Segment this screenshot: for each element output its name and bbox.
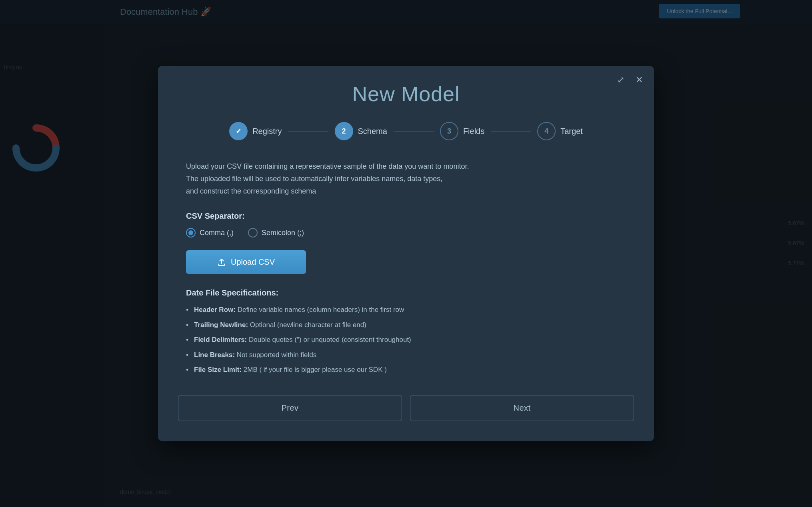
radio-comma-inner xyxy=(188,230,193,235)
step-registry: ✓ Registry xyxy=(229,122,282,140)
modal-body: Upload your CSV file containing a repres… xyxy=(178,160,634,375)
modal-overlay: ⤢ ✕ New Model ✓ Registry 2 Schema 3 Fiel… xyxy=(0,0,812,507)
radio-semicolon[interactable]: Semicolon (;) xyxy=(248,228,304,238)
modal-footer: Prev Next xyxy=(178,395,634,421)
spec-bold-1: Header Row: xyxy=(194,306,236,313)
step-1-circle: ✓ xyxy=(229,122,248,140)
close-button[interactable]: ✕ xyxy=(634,74,644,86)
specs-title: Date File Specifications: xyxy=(186,288,626,297)
modal-controls: ⤢ ✕ xyxy=(616,74,644,86)
csv-separator-label: CSV Separator: xyxy=(186,212,626,221)
csv-separator-section: CSV Separator: Comma (,) Semicolon (;) xyxy=(186,212,626,238)
spec-bold-3: Field Delimiters: xyxy=(194,336,247,343)
specs-section: Date File Specifications: Header Row: De… xyxy=(186,288,626,375)
description-text: Upload your CSV file containing a repres… xyxy=(186,160,626,197)
spec-item-trailing-newline: Trailing Newline: Optional (newline char… xyxy=(186,320,626,330)
prev-button[interactable]: Prev xyxy=(178,395,402,421)
radio-comma-outer xyxy=(186,228,196,238)
step-3-label: Fields xyxy=(463,127,484,136)
upload-csv-button[interactable]: Upload CSV xyxy=(186,250,306,274)
upload-icon xyxy=(217,258,226,267)
spec-text-4: Not supported within fields xyxy=(237,351,316,359)
spec-item-file-size: File Size Limit: 2MB ( if your file is b… xyxy=(186,365,626,375)
step-target: 4 Target xyxy=(537,122,583,140)
modal-title: New Model xyxy=(178,82,634,106)
stepper: ✓ Registry 2 Schema 3 Fields 4 Target xyxy=(178,122,634,140)
radio-group: Comma (,) Semicolon (;) xyxy=(186,228,626,238)
step-3-circle: 3 xyxy=(440,122,458,140)
step-1-label: Registry xyxy=(252,127,282,136)
specs-list: Header Row: Define variable names (colum… xyxy=(186,305,626,375)
spec-text-1: Define variable names (column headers) i… xyxy=(238,306,404,313)
step-2-label: Schema xyxy=(358,127,387,136)
spec-item-line-breaks: Line Breaks: Not supported within fields xyxy=(186,350,626,360)
spec-item-field-delimiters: Field Delimiters: Double quotes (") or u… xyxy=(186,335,626,345)
expand-button[interactable]: ⤢ xyxy=(616,74,626,86)
spec-item-header-row: Header Row: Define variable names (colum… xyxy=(186,305,626,315)
connector-1-2 xyxy=(288,131,328,132)
radio-semicolon-outer xyxy=(248,228,258,238)
connector-2-3 xyxy=(394,131,434,132)
step-schema: 2 Schema xyxy=(335,122,387,140)
next-button[interactable]: Next xyxy=(410,395,634,421)
radio-semicolon-label: Semicolon (;) xyxy=(262,229,304,237)
spec-bold-5: File Size Limit: xyxy=(194,366,242,373)
radio-comma[interactable]: Comma (,) xyxy=(186,228,234,238)
spec-text-2: Optional (newline character at file end) xyxy=(250,321,366,329)
spec-bold-4: Line Breaks: xyxy=(194,351,235,359)
connector-3-4 xyxy=(491,131,531,132)
spec-text-3: Double quotes (") or unquoted (consisten… xyxy=(249,336,411,343)
spec-bold-2: Trailing Newline: xyxy=(194,321,248,329)
step-fields: 3 Fields xyxy=(440,122,484,140)
radio-comma-label: Comma (,) xyxy=(200,229,234,237)
upload-csv-label: Upload CSV xyxy=(231,257,275,267)
step-4-label: Target xyxy=(560,127,583,136)
step-2-circle: 2 xyxy=(335,122,353,140)
spec-text-5: 2MB ( if your file is bigger please use … xyxy=(244,366,387,373)
step-4-circle: 4 xyxy=(537,122,556,140)
new-model-modal: ⤢ ✕ New Model ✓ Registry 2 Schema 3 Fiel… xyxy=(158,66,654,441)
